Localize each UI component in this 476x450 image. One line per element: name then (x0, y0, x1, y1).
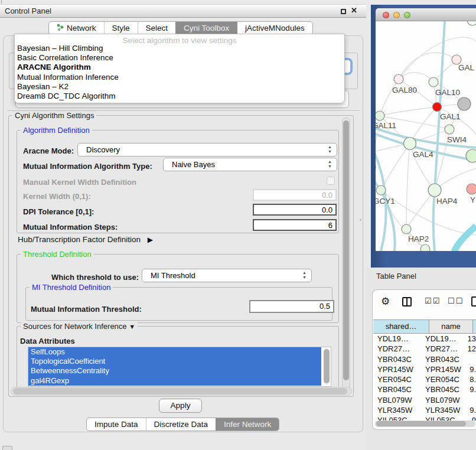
tab-cyni-toolbox[interactable]: Cyni Toolbox (175, 22, 237, 34)
stepper-arrows-icon: ▲▼ (328, 159, 332, 169)
close-window-icon[interactable]: ✕ (351, 6, 357, 15)
cell: 8. (463, 374, 476, 384)
tab-select[interactable]: Select (138, 22, 176, 34)
node-gal4[interactable] (404, 138, 416, 150)
column-header-partial[interactable] (473, 320, 476, 333)
table-row[interactable]: YER054CYER054C8. (373, 374, 476, 384)
attribute-item-betweennesscentrality[interactable]: BetweennessCentrality (28, 366, 321, 376)
cyni-algorithm-settings-group: Cyni Algorithm Settings Algorithm Defini… (8, 115, 354, 397)
cell: YBL079W (425, 395, 460, 405)
close-traffic-light-icon[interactable] (383, 12, 389, 18)
algorithm-option-aracne-algorithm[interactable]: ARACNE Algorithm (15, 63, 344, 72)
algorithm-option-dream8-dc-tdc-algorithm[interactable]: Dream8 DC_TDC Algorithm (15, 92, 344, 101)
which-threshold-label: Which threshold to use: (51, 273, 139, 282)
sources-group: Sources for Network Inference ▼ Data Att… (17, 326, 339, 394)
node-bottom[interactable] (420, 244, 430, 251)
attribute-item-gal4rgexp[interactable]: gal4RGexp (28, 376, 321, 386)
node-gal10[interactable] (429, 77, 438, 87)
threshold-definition-title: Threshold Definition (21, 250, 94, 259)
mi-type-select[interactable]: Naive Bayes ▲▼ (163, 158, 337, 171)
float-window-icon[interactable] (341, 9, 346, 14)
split-columns-icon[interactable] (402, 297, 412, 306)
cell: YPR145W (377, 364, 413, 374)
unchecked-boxes-icon[interactable]: ☐☐ (448, 296, 464, 305)
table-row[interactable]: YBR045CYBR045C9. (373, 384, 476, 394)
settings-vertical-scrollbar[interactable] (342, 118, 350, 389)
cell: YBR045C (377, 384, 412, 394)
control-panel-titlebar: Control Panel ✕ (0, 4, 366, 18)
table-row[interactable]: YIL053CYIL053C9 (373, 415, 476, 420)
node-hap2[interactable] (402, 224, 411, 234)
checked-boxes-icon[interactable]: ☑☑ (425, 296, 441, 305)
column-header-name[interactable]: name (429, 320, 473, 333)
tab-cyni-toolbox-label: Cyni Toolbox (184, 22, 229, 34)
node-gal1[interactable] (433, 103, 442, 112)
algorithm-option-basic-correlation-inference[interactable]: Basic Correlation Inference (15, 53, 344, 63)
table-row[interactable]: YDL19…YDL19…13 (373, 334, 476, 344)
sources-expander[interactable]: Sources for Network Inference ▼ (21, 322, 138, 331)
node-top-right[interactable] (467, 21, 476, 25)
chevron-right-icon: ▶ (148, 236, 153, 244)
tab-discretize-data[interactable]: Discretize Data (146, 418, 216, 431)
settings-horizontal-scrollbar[interactable] (11, 387, 352, 396)
manual-kernel-checkbox[interactable] (327, 177, 335, 185)
list-scrollbar[interactable] (324, 348, 330, 385)
table-row[interactable]: YPR145WYPR145W9. (373, 364, 476, 374)
node-gal10-label: GAL10 (435, 88, 460, 97)
apply-button[interactable]: Apply (159, 399, 202, 413)
data-attributes-label: Data Attributes (20, 337, 75, 345)
attribute-item-selfloops[interactable]: SelfLoops (28, 347, 321, 357)
mi-steps-field[interactable]: 6 (253, 219, 337, 231)
tab-style[interactable]: Style (104, 22, 138, 34)
tab-discretize-data-label: Discretize Data (154, 418, 208, 431)
algorithm-option-mutual-information-inference[interactable]: Mutual Information Inference (15, 73, 344, 82)
node-gcy1[interactable] (376, 185, 386, 195)
control-panel-title: Control Panel (5, 5, 51, 18)
node-gal80[interactable] (394, 74, 403, 84)
zoom-traffic-light-icon[interactable] (404, 12, 410, 18)
table-row[interactable]: YBL079WYBL079W (373, 395, 476, 405)
node-green-right[interactable] (466, 149, 476, 162)
stepper-arrows-icon: ▲▼ (328, 145, 332, 154)
scrollbar-thumb[interactable] (324, 349, 330, 383)
table-horizontal-scrollbar[interactable] (375, 420, 475, 427)
tab-infer-network[interactable]: Infer Network (216, 418, 279, 431)
dpi-tolerance-field[interactable]: 0.0 (253, 204, 337, 216)
node-gray[interactable] (458, 97, 471, 110)
aracne-mode-select[interactable]: Discovery ▲▼ (77, 143, 337, 156)
network-canvas[interactable]: GALGAL80GAL10GAL1GAL11SWI4GAL4YHAP4GCY1H… (376, 21, 476, 251)
algorithm-dropdown-popup: Select algorithm to view settings Bayesi… (14, 34, 345, 103)
gear-icon[interactable]: ⚙ (381, 295, 390, 308)
kernel-width-field[interactable]: 0.0 (253, 189, 337, 201)
panel-splitter-handle[interactable]: ‹ (360, 217, 361, 223)
network-window-titlebar (376, 8, 476, 21)
algorithm-dropdown-list: Bayesian – Hill ClimbingBasic Correlatio… (15, 44, 344, 101)
attribute-item-topologicalcoefficient[interactable]: TopologicalCoefficient (28, 357, 321, 366)
node-salmon[interactable] (467, 184, 476, 194)
node-gal80-label: GAL80 (392, 86, 417, 94)
which-threshold-select[interactable]: MI Threshold ▲▼ (142, 269, 312, 282)
algorithm-option-bayesian-hill-climbing[interactable]: Bayesian – Hill Climbing (15, 44, 344, 53)
table-row[interactable]: YBR043CYBR043C (373, 354, 476, 364)
mi-type-label: Mutual Information Algorithm Type: (23, 162, 152, 171)
table-row[interactable]: YDR27…YDR27…12 (373, 344, 476, 354)
node-gal11[interactable] (376, 111, 384, 120)
hub-definition-label: Hub/Transcription Factor Definition (18, 235, 141, 244)
tab-jactivemnodules[interactable]: jActiveMNodules (237, 22, 312, 34)
node-swi4[interactable] (445, 125, 454, 134)
column-header-shared[interactable]: shared… (373, 320, 429, 333)
table-row[interactable]: YLR345WYLR345W9. (373, 405, 476, 415)
scrollbar-thumb[interactable] (13, 388, 347, 394)
scrollbar-thumb[interactable] (376, 421, 466, 426)
hub-definition-expander[interactable]: Hub/Transcription Factor Definition ▶ (18, 235, 153, 244)
tab-network[interactable]: Network (49, 22, 104, 34)
scrollbar-thumb[interactable] (343, 120, 349, 380)
minimize-traffic-light-icon[interactable] (393, 12, 400, 18)
node-hap4[interactable] (428, 184, 441, 197)
minimized-panel-chip[interactable] (2, 446, 12, 450)
tab-select-label: Select (146, 22, 168, 34)
tab-impute-data[interactable]: Impute Data (87, 418, 146, 431)
document-icon[interactable] (471, 296, 476, 306)
algorithm-option-bayesian-k2[interactable]: Bayesian – K2 (15, 82, 344, 92)
mi-threshold-field[interactable]: 0.5 (249, 300, 334, 313)
